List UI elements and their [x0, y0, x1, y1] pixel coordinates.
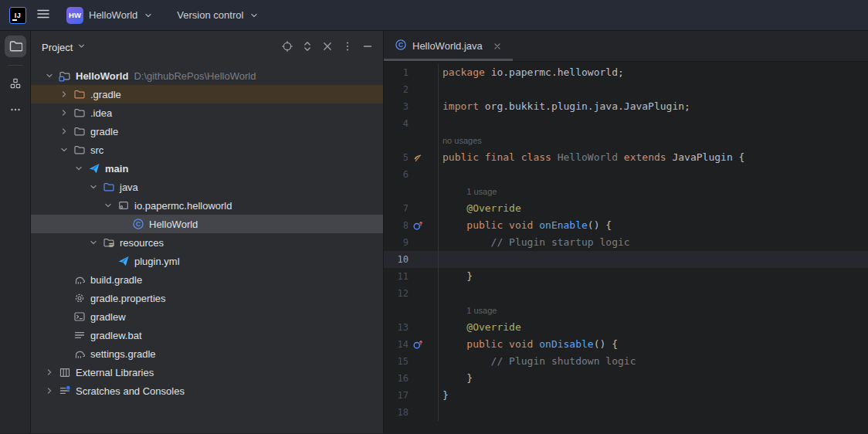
inlay-hint-row[interactable]: no usages — [384, 132, 868, 149]
project-widget[interactable]: HW HelloWorld — [60, 4, 160, 27]
tree-item-gradle-properties[interactable]: gradle.properties — [31, 289, 383, 307]
chevron-down-icon[interactable] — [102, 199, 114, 212]
hide-button[interactable] — [358, 38, 377, 56]
chevron-right-icon[interactable] — [58, 88, 70, 100]
overrides-method-gutter-icon[interactable] — [409, 339, 436, 350]
chevron-right-icon[interactable] — [43, 366, 56, 378]
chevron-right-icon[interactable] — [58, 107, 70, 119]
tree-item-settings-gradle[interactable]: settings.gradle — [31, 344, 383, 363]
editor-tab-bar: C HelloWorld.java — [384, 31, 868, 62]
tree-item-build-gradle[interactable]: build.gradle — [31, 270, 383, 289]
stripe-divider — [8, 65, 23, 66]
code-line-13[interactable]: 13 @Override — [384, 319, 868, 336]
svg-text:C: C — [398, 41, 403, 49]
editor-gutter: 10 — [384, 251, 439, 268]
code-line-3[interactable]: 3import org.bukkit.plugin.java.JavaPlugi… — [384, 98, 868, 115]
editor-gutter — [384, 132, 439, 149]
chevron-down-icon[interactable] — [73, 162, 85, 175]
code-line-1[interactable]: 1package io.papermc.helloworld; — [384, 64, 868, 81]
library-icon — [59, 366, 71, 378]
code-line-text: package io.papermc.helloworld; — [439, 64, 624, 81]
code-line-10[interactable]: 10 — [384, 251, 868, 268]
sidebar-more-button[interactable] — [5, 100, 26, 121]
code-line-8[interactable]: 8 public void onEnable() { — [384, 217, 868, 234]
folder-icon — [73, 107, 86, 119]
tree-item-helloworld[interactable]: HelloWorldD:\githubRePos\HelloWorld — [31, 66, 383, 85]
tree-item-label: .idea — [90, 107, 112, 119]
more-button[interactable] — [338, 38, 357, 56]
code-line-text: } — [439, 268, 473, 285]
chevron-down-icon[interactable] — [87, 181, 100, 193]
tree-item-helloworld[interactable]: CHelloWorld — [31, 215, 383, 233]
tree-item-gradlew-bat[interactable]: gradlew.bat — [31, 326, 383, 344]
main-menu-button[interactable] — [32, 5, 54, 26]
close-icon[interactable] — [491, 40, 504, 53]
tree-item-path: D:\githubRePos\HelloWorld — [134, 70, 256, 82]
tree-item-src[interactable]: src — [31, 141, 383, 159]
expand-all-button[interactable] — [298, 38, 317, 56]
project-view-selector[interactable]: Project — [42, 41, 86, 53]
tree-item-resources[interactable]: resources — [31, 233, 383, 252]
chevron-down-icon[interactable] — [87, 236, 100, 249]
inlay-hint-row[interactable]: 1 usage — [384, 183, 868, 200]
tree-item-main[interactable]: main — [31, 159, 383, 178]
gear-icon — [73, 292, 86, 304]
minus-icon — [361, 40, 374, 55]
class-icon: C — [132, 218, 144, 230]
chevron-down-icon[interactable] — [43, 70, 56, 82]
code-line-17[interactable]: 17} — [384, 387, 868, 404]
code-line-18[interactable]: 18 — [384, 404, 868, 421]
code-line-12[interactable]: 12 — [384, 285, 868, 302]
tree-item-external-libraries[interactable]: External Libraries — [31, 363, 383, 381]
gradle-icon — [73, 273, 86, 286]
tree-item-label: .gradle — [90, 89, 121, 100]
code-line-14[interactable]: 14 public void onDisable() { — [384, 336, 868, 353]
code-line-text: // Plugin shutdown logic — [439, 353, 636, 370]
chevron-down-icon — [76, 41, 86, 53]
tree-item-java[interactable]: java — [31, 178, 383, 196]
code-line-text: @Override — [439, 200, 521, 217]
collapse-all-button[interactable] — [318, 38, 337, 56]
chevron-right-icon[interactable] — [43, 385, 56, 397]
code-line-16[interactable]: 16 } — [384, 370, 868, 387]
code-line-2[interactable]: 2 — [384, 81, 868, 98]
tree-item-gradle[interactable]: gradle — [31, 122, 383, 141]
project-tool-window: Project HelloWorldD:\githubRePos\HelloWo… — [31, 31, 384, 433]
code-line-9[interactable]: 9 // Plugin startup logic — [384, 234, 868, 251]
editor-tab-helloworld-java[interactable]: C HelloWorld.java — [384, 31, 513, 61]
editor-gutter: 14 — [384, 336, 439, 353]
chevron-right-icon[interactable] — [58, 125, 70, 137]
tree-item-scratches-and-consoles[interactable]: Scratches and Consoles — [31, 381, 383, 400]
code-line-4[interactable]: 4 — [384, 115, 868, 132]
minecraft-plugin-gutter-icon[interactable] — [409, 153, 436, 163]
intellij-logo-text: IJ — [15, 12, 22, 19]
code-line-7[interactable]: 7 @Override — [384, 200, 868, 217]
tree-item--gradle[interactable]: .gradle — [31, 85, 383, 103]
tree-item-label: Scratches and Consoles — [76, 385, 185, 397]
sidebar-structure-button[interactable] — [5, 73, 26, 95]
tree-item-gradlew[interactable]: gradlew — [31, 307, 383, 326]
code-line-6[interactable]: 6 — [384, 166, 868, 183]
tree-item-label: settings.gradle — [90, 348, 156, 360]
chevron-down-icon[interactable] — [58, 144, 70, 156]
code-line-15[interactable]: 15 // Plugin shutdown logic — [384, 353, 868, 370]
code-editor[interactable]: 1package io.papermc.helloworld;23import … — [384, 62, 868, 433]
line-number: 5 — [384, 152, 409, 163]
intellij-logo: IJ — [9, 7, 26, 24]
overrides-method-gutter-icon[interactable] — [409, 220, 436, 231]
inlay-hint-row[interactable]: 1 usage — [384, 302, 868, 319]
code-line-5[interactable]: 5public final class HelloWorld extends J… — [384, 149, 868, 166]
folder-resources-icon — [103, 236, 115, 249]
code-line-11[interactable]: 11 } — [384, 268, 868, 285]
vcs-widget[interactable]: Version control — [171, 6, 266, 24]
sidebar-project-button[interactable] — [5, 36, 26, 57]
line-number: 1 — [384, 67, 409, 78]
tree-item--idea[interactable]: .idea — [31, 103, 383, 122]
code-line-text: public final class HelloWorld extends Ja… — [439, 149, 744, 166]
locate-button[interactable] — [278, 38, 297, 56]
tree-item-label: io.papermc.helloworld — [134, 200, 232, 212]
chevron-spacer — [58, 348, 70, 360]
editor-gutter: 1 — [384, 64, 439, 81]
tree-item-plugin-yml[interactable]: plugin.yml — [31, 252, 383, 270]
tree-item-io-papermc-helloworld[interactable]: io.papermc.helloworld — [31, 196, 383, 215]
